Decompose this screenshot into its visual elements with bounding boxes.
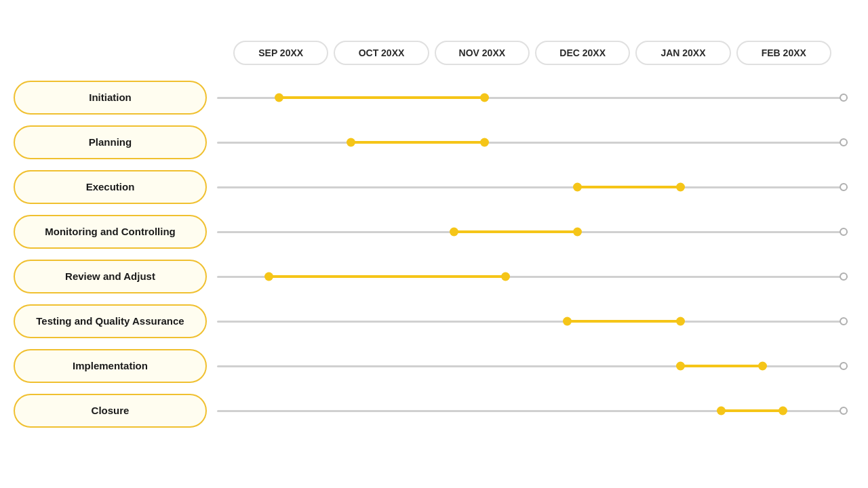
end-circle [840, 407, 848, 415]
start-dot [347, 138, 355, 147]
row-timeline [217, 388, 848, 433]
end-circle [840, 362, 848, 370]
timeline-bar [351, 141, 484, 144]
timeline-bar [680, 365, 762, 367]
row-timeline [217, 165, 848, 209]
end-dot [758, 362, 767, 371]
timeline-bar [721, 409, 783, 412]
month-label: JAN 20XX [635, 41, 730, 65]
start-dot [450, 228, 458, 237]
gantt-row: Planning [14, 120, 854, 165]
gantt-row: Testing and Quality Assurance [14, 299, 854, 344]
page: SEP 20XXOCT 20XXNOV 20XXDEC 20XXJAN 20XX… [0, 0, 868, 488]
row-timeline [217, 75, 848, 120]
row-label: Initiation [14, 81, 207, 115]
gantt-row: Closure [14, 388, 854, 433]
timeline-bar [454, 230, 577, 233]
row-label: Monitoring and Controlling [14, 215, 207, 249]
end-circle [840, 228, 848, 236]
month-label: FEB 20XX [736, 41, 831, 65]
start-dot [676, 362, 685, 371]
month-label: OCT 20XX [334, 41, 429, 65]
row-label: Execution [14, 170, 207, 204]
month-label: DEC 20XX [535, 41, 630, 65]
end-circle [840, 138, 848, 146]
end-dot [480, 94, 489, 102]
row-timeline [217, 254, 848, 299]
month-label: SEP 20XX [233, 41, 328, 65]
start-dot [563, 317, 572, 326]
row-timeline [217, 120, 848, 165]
gantt-row: Review and Adjust [14, 254, 854, 299]
start-dot [264, 272, 273, 281]
start-dot [275, 94, 283, 102]
end-circle [840, 94, 848, 102]
gantt-rows: InitiationPlanningExecutionMonitoring an… [14, 75, 854, 433]
end-dot [676, 317, 685, 326]
timeline-bar [269, 275, 505, 278]
timeline-track [217, 321, 848, 323]
end-circle [840, 272, 848, 281]
end-dot [501, 272, 510, 281]
timeline-track [217, 142, 848, 144]
end-dot [676, 183, 685, 192]
row-label: Review and Adjust [14, 260, 207, 293]
gantt-row: Monitoring and Controlling [14, 209, 854, 254]
month-label: NOV 20XX [435, 41, 530, 65]
end-dot [480, 138, 489, 147]
end-circle [840, 317, 848, 325]
timeline-bar [567, 320, 680, 323]
row-timeline [217, 344, 848, 388]
end-dot [778, 407, 787, 415]
row-label: Closure [14, 394, 207, 428]
row-timeline [217, 299, 848, 344]
gantt-row: Initiation [14, 75, 854, 120]
row-label: Testing and Quality Assurance [14, 304, 207, 338]
month-headers: SEP 20XXOCT 20XXNOV 20XXDEC 20XXJAN 20XX… [231, 41, 834, 65]
start-dot [717, 407, 726, 415]
start-dot [573, 183, 582, 192]
timeline-track [217, 186, 848, 188]
row-label: Implementation [14, 349, 207, 383]
end-dot [573, 228, 582, 237]
gantt-row: Implementation [14, 344, 854, 388]
gantt-row: Execution [14, 165, 854, 209]
timeline-bar [577, 186, 680, 188]
chart-area: SEP 20XXOCT 20XXNOV 20XXDEC 20XXJAN 20XX… [14, 41, 854, 433]
end-circle [840, 183, 848, 191]
row-timeline [217, 209, 848, 254]
row-label: Planning [14, 125, 207, 159]
timeline-bar [279, 96, 484, 99]
